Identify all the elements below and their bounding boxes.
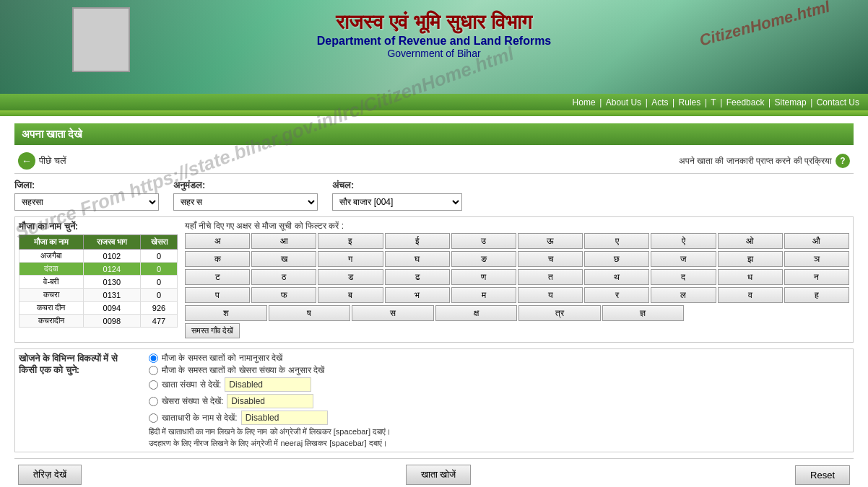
alpha-btn-ण[interactable]: ण (451, 269, 516, 285)
help-icon[interactable]: ? (836, 154, 850, 168)
mauza-table-row[interactable]: कचरा दीन0094926 (19, 302, 178, 315)
reset-button[interactable]: Reset (795, 465, 850, 485)
nav-sitemap[interactable]: Sitemap (775, 97, 807, 108)
option-radio-1[interactable] (149, 354, 158, 363)
alpha-btn-ड[interactable]: ड (318, 269, 383, 285)
help-area: अपने खाता की जानकारी प्राप्त करने की प्र… (679, 154, 850, 168)
nav-t[interactable]: T (711, 97, 716, 108)
mauza-table-row[interactable]: अजगैबा01020 (19, 250, 178, 263)
option-radio-3[interactable] (149, 380, 158, 390)
option-row-2: मौजा के समस्त खातों को खेसरा संख्या के अ… (149, 365, 849, 375)
alpha-btn-झ[interactable]: झ (718, 251, 783, 267)
option-row-4: खेसरा संख्या से देखें: (149, 394, 849, 408)
alpha-btn-प[interactable]: प (185, 287, 250, 303)
alpha-btn-ढ[interactable]: ढ (385, 269, 450, 285)
option-row-5: खाताधारी के नाम से देखें: (149, 411, 849, 425)
alpha-btn-ख[interactable]: ख (251, 251, 316, 267)
alpha-btn-च[interactable]: च (518, 251, 583, 267)
page-title: अपना खाता देखे (22, 128, 82, 140)
alpha-btn-ट[interactable]: ट (185, 269, 250, 285)
alpha-btn-ज[interactable]: ज (651, 251, 716, 267)
nav-contact[interactable]: Contact Us (817, 97, 859, 108)
mauza-table-row[interactable]: कचरा01310 (19, 289, 178, 302)
mauza-scroll-area[interactable]: मौजा का नाम राजस्व भाग खेसरा अजगैबा01020… (19, 234, 178, 328)
option-radio-4[interactable] (149, 397, 158, 406)
alpha-btn-श[interactable]: श (185, 305, 267, 321)
back-arrow-icon: ← (18, 152, 35, 170)
mauza-right: यहाँ नीचे दिए गए अक्षर से मौजा सूची को फ… (185, 221, 849, 338)
alpha-row-2: टठडढणतथदधन (185, 269, 849, 285)
alpha-btn-घ[interactable]: घ (385, 251, 450, 267)
option-label-3: खाता संख्या से देखें: (162, 379, 221, 390)
subdivision-select[interactable]: सहर स (173, 193, 318, 211)
alpha-btn-ब[interactable]: ब (318, 287, 383, 303)
alpha-btn-ए[interactable]: ए (584, 233, 649, 249)
alpha-btn-फ[interactable]: फ (251, 287, 316, 303)
alpha-btn-व[interactable]: व (718, 287, 783, 303)
alpha-btn-छ[interactable]: छ (584, 251, 649, 267)
option-radio-5[interactable] (149, 413, 158, 423)
alpha-btn-इ[interactable]: इ (318, 233, 383, 249)
alpha-btn-म[interactable]: म (451, 287, 516, 303)
district-label: जिला: (14, 180, 159, 191)
search-account-button[interactable]: खाता खोजें (406, 465, 472, 485)
back-button[interactable]: ← पीछे चलें (18, 152, 66, 170)
alpha-btn-ग[interactable]: ग (318, 251, 383, 267)
option-row-1: मौजा के समस्त खातों को नामानुसार देखें (149, 353, 849, 363)
alpha-btn-अ[interactable]: अ (185, 233, 250, 249)
alpha-btn-ष[interactable]: ष (269, 305, 351, 321)
circle-select[interactable]: सौर बाजार [004] (332, 193, 462, 211)
alpha-btn-य[interactable]: य (518, 287, 583, 303)
mauza-table-row[interactable]: कचरादीन0098477 (19, 315, 178, 328)
alpha-btn-औ[interactable]: औ (784, 233, 849, 249)
header-title-english: Department of Revenue and Land Reforms (0, 35, 868, 48)
alpha-btn-ध[interactable]: ध (718, 269, 783, 285)
back-label: पीछे चलें (39, 155, 66, 167)
alpha-btn-ह[interactable]: ह (784, 287, 849, 303)
khesra-number-input (227, 394, 313, 408)
mauza-name-label: मौजा का नाम चुनें: (19, 221, 178, 232)
alpha-btn-ऐ[interactable]: ऐ (651, 233, 716, 249)
mauza-table-row[interactable]: वे-बरी01300 (19, 276, 178, 289)
alpha-btn-न[interactable]: न (784, 269, 849, 285)
alpha-btn-क्ष[interactable]: क्ष (435, 305, 518, 321)
district-select[interactable]: सहरसा (14, 193, 159, 211)
alpha-btn-आ[interactable]: आ (251, 233, 316, 249)
alpha-btn-ठ[interactable]: ठ (251, 269, 316, 285)
alpha-row-4: शषसक्षत्रज्ञ (185, 305, 849, 321)
mauza-table: मौजा का नाम राजस्व भाग खेसरा अजगैबा01020… (19, 234, 178, 328)
alpha-btn-द[interactable]: द (651, 269, 716, 285)
alpha-btn-थ[interactable]: थ (584, 269, 649, 285)
main-content: अपना खाता देखे ← पीछे चलें अपने खाता की … (0, 116, 868, 487)
nav-feedback[interactable]: Feedback (726, 97, 765, 108)
alpha-btn-ङ[interactable]: ङ (451, 251, 516, 267)
alpha-btn-त[interactable]: त (518, 269, 583, 285)
options-section: खोजने के विभिन्न विकल्पों में से किसी एक… (14, 348, 854, 452)
alpha-btn-ओ[interactable]: ओ (718, 233, 783, 249)
mauza-table-row[interactable]: दंदवा01240 (19, 263, 178, 276)
nav-rules[interactable]: Rules (679, 97, 701, 108)
nav-home[interactable]: Home (573, 97, 596, 108)
alpha-row-3: पफबभमयरलवह (185, 287, 849, 303)
alpha-btn-स[interactable]: स (352, 305, 434, 321)
alpha-btn-ऊ[interactable]: ऊ (518, 233, 583, 249)
bottom-buttons: तेरिज़ देखें खाता खोजें Reset (14, 458, 854, 487)
alpha-btn-त्र[interactable]: त्र (518, 305, 601, 321)
alpha-btn-ल[interactable]: ल (651, 287, 716, 303)
alpha-btn-र[interactable]: र (584, 287, 649, 303)
mauza-section: मौजा का नाम चुनें: मौजा का नाम राजस्व भा… (14, 216, 854, 343)
alpha-btn-ञ[interactable]: ञ (784, 251, 849, 267)
alpha-btn-क[interactable]: क (185, 251, 250, 267)
view-map-button[interactable]: तेरिज़ देखें (18, 465, 82, 485)
option-label-1: मौजा के समस्त खातों को नामानुसार देखें (162, 353, 282, 363)
show-all-button[interactable]: समस्त गाँव देखें (185, 323, 240, 338)
alpha-btn-ज्ञ[interactable]: ज्ञ (602, 305, 685, 321)
alpha-btn-ई[interactable]: ई (385, 233, 450, 249)
option-radio-2[interactable] (149, 366, 158, 375)
alpha-btn-उ[interactable]: उ (451, 233, 516, 249)
nav-acts[interactable]: Acts (651, 97, 668, 108)
alpha-btn-भ[interactable]: भ (385, 287, 450, 303)
options-label: खोजने के विभिन्न विकल्पों में से किसी एक… (19, 353, 134, 448)
help-text: अपने खाता की जानकारी प्राप्त करने की प्र… (679, 156, 832, 166)
nav-about[interactable]: About Us (606, 97, 641, 108)
